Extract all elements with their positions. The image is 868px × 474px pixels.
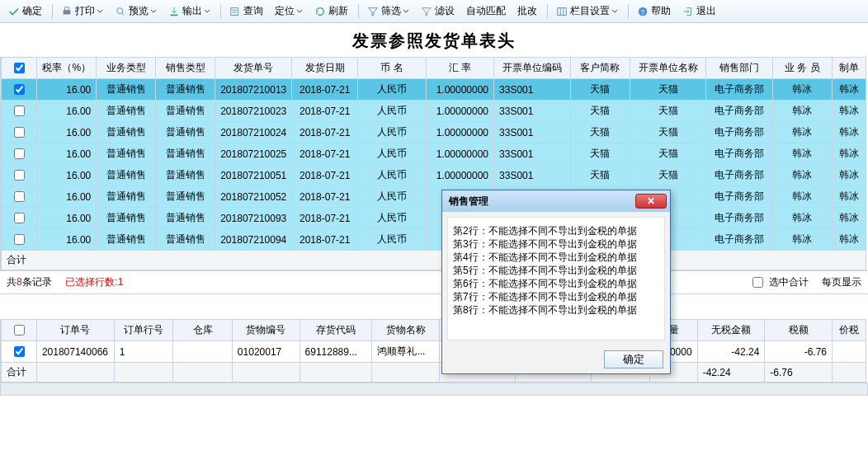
col-tax[interactable]: 税率（%）	[37, 58, 97, 79]
detail-select-all[interactable]	[2, 320, 37, 341]
toolbar: 确定 打印 预览 输出 查询 定位 刷新 筛选 滤设 自动匹配 批改 栏目设置 …	[0, 0, 868, 23]
col-orderline[interactable]: 订单行号	[114, 320, 173, 341]
row-checkbox[interactable]	[14, 213, 25, 223]
export-button[interactable]: 输出	[163, 2, 215, 20]
select-all-header[interactable]	[2, 58, 37, 79]
export-icon	[168, 6, 180, 17]
cell-no: 201807210025	[215, 143, 292, 165]
cell-dept: 电子商务部	[706, 186, 772, 208]
filter-button[interactable]: 筛选	[362, 2, 414, 20]
table-row[interactable]: 16.00普通销售普通销售2018072100512018-07-21人民币1.…	[2, 165, 866, 186]
header-row: 税率（%） 业务类型 销售类型 发货单号 发货日期 币 名 汇 率 开票单位编码…	[2, 58, 866, 79]
dialog-ok-button[interactable]: 确定	[604, 350, 663, 368]
exit-icon	[682, 6, 694, 17]
table-row[interactable]: 16.00普通销售普通销售2018072100522018-07-21人民币电子…	[2, 186, 866, 208]
cell-dept: 电子商务部	[706, 79, 772, 101]
table-row[interactable]: 16.00普通销售普通销售2018072100232018-07-21人民币1.…	[2, 101, 866, 122]
cell-no: 201807210023	[215, 101, 292, 122]
chevron-down-icon	[403, 8, 409, 15]
select-sum-option[interactable]: 选中合计	[749, 275, 809, 290]
detail-row[interactable]: 20180714006610102001769112889...鸿顺尊礼...0…	[2, 341, 866, 363]
cell-amt: -42.24	[697, 341, 765, 363]
select-all-checkbox[interactable]	[14, 63, 25, 73]
cell-date: 2018-07-21	[292, 143, 358, 165]
col-no[interactable]: 发货单号	[215, 58, 292, 79]
col-cust[interactable]: 客户简称	[570, 58, 630, 79]
table-row[interactable]: 16.00普通销售普通销售2018072100942018-07-21人民币电子…	[2, 229, 866, 251]
col-bill[interactable]: 开票单位名称	[630, 58, 706, 79]
cell-sale: 普通销售	[156, 122, 215, 143]
detail-select-all-checkbox[interactable]	[14, 325, 25, 336]
sum-row: 合计	[2, 251, 866, 270]
status-bar: 共8条记录 已选择行数:1 选中合计 每页显示	[0, 270, 868, 294]
col-amt[interactable]: 无税金额	[697, 320, 765, 341]
dialog-titlebar[interactable]: 销售管理 ✕	[442, 190, 670, 212]
col-goodscode[interactable]: 货物编号	[232, 320, 300, 341]
select-sum-checkbox[interactable]	[752, 277, 763, 288]
row-checkbox[interactable]	[14, 148, 25, 159]
col-dept[interactable]: 销售部门	[706, 58, 772, 79]
row-checkbox[interactable]	[14, 346, 25, 357]
dialog-message-line: 第7行：不能选择不同不导出到金税的单据	[453, 290, 659, 303]
col-invcode[interactable]: 存货代码	[300, 320, 372, 341]
cell-date: 2018-07-21	[292, 165, 358, 186]
col-cur[interactable]: 币 名	[358, 58, 426, 79]
locate-button[interactable]: 定位	[270, 2, 308, 20]
dialog-message-line: 第4行：不能选择不同不导出到金税的单据	[453, 251, 659, 264]
table-row[interactable]: 16.00普通销售普通销售2018072100132018-07-21人民币1.…	[2, 79, 866, 101]
help-button[interactable]: ?帮助	[632, 2, 676, 20]
col-order[interactable]: 订单号	[36, 320, 114, 341]
row-checkbox[interactable]	[14, 84, 25, 95]
cell-sale: 普通销售	[156, 208, 215, 229]
preview-button[interactable]: 预览	[110, 2, 162, 20]
check-icon	[8, 6, 20, 17]
svg-rect-0	[64, 10, 71, 14]
col-biz[interactable]: 业务类型	[97, 58, 156, 79]
table-row[interactable]: 16.00普通销售普通销售2018072100242018-07-21人民币1.…	[2, 122, 866, 143]
automatch-button[interactable]: 自动匹配	[461, 2, 511, 20]
filter-settings-button[interactable]: 滤设	[416, 2, 460, 20]
confirm-button[interactable]: 确定	[3, 2, 47, 20]
table-row[interactable]: 16.00普通销售普通销售2018072100932018-07-21人民币电子…	[2, 208, 866, 229]
table-row[interactable]: 16.00普通销售普通销售2018072100252018-07-21人民币1.…	[2, 143, 866, 165]
cell-cust: 天猫	[570, 143, 630, 165]
cell-sale: 普通销售	[156, 229, 215, 251]
cell-emp: 韩冰	[772, 122, 832, 143]
col-taxamt[interactable]: 税额	[765, 320, 833, 341]
row-checkbox[interactable]	[14, 234, 25, 245]
col-emp[interactable]: 业 务 员	[772, 58, 832, 79]
cell-cur: 人民币	[358, 101, 426, 122]
detail-grid[interactable]: 订单号 订单行号 仓库 货物编号 存货代码 货物名称 量 无税金额 税额 价税 …	[1, 319, 866, 382]
col-code[interactable]: 开票单位编码	[494, 58, 571, 79]
print-button[interactable]: 打印	[56, 2, 108, 20]
cell-date: 2018-07-21	[292, 186, 358, 208]
col-wh[interactable]: 仓库	[173, 320, 233, 341]
col-rate[interactable]: 汇 率	[426, 58, 493, 79]
query-button[interactable]: 查询	[224, 2, 268, 20]
col-total[interactable]: 价税	[833, 320, 866, 341]
columns-button[interactable]: 栏目设置	[551, 2, 623, 20]
row-checkbox[interactable]	[14, 106, 25, 116]
dialog-close-button[interactable]: ✕	[635, 194, 667, 209]
h-scrollbar[interactable]	[0, 382, 868, 396]
row-checkbox[interactable]	[14, 170, 25, 181]
row-checkbox[interactable]	[14, 127, 25, 138]
main-grid[interactable]: 税率（%） 业务类型 销售类型 发货单号 发货日期 币 名 汇 率 开票单位编码…	[1, 57, 866, 270]
col-goodsname[interactable]: 货物名称	[372, 320, 440, 341]
cell-emp: 韩冰	[772, 229, 832, 251]
col-maker[interactable]: 制单	[832, 58, 866, 79]
exit-button[interactable]: 退出	[677, 2, 721, 20]
row-checkbox[interactable]	[14, 191, 25, 202]
chevron-down-icon	[296, 8, 303, 15]
cell-tax: 16.00	[37, 143, 97, 165]
cell-date: 2018-07-21	[292, 101, 358, 122]
refresh-button[interactable]: 刷新	[309, 2, 353, 20]
col-sale[interactable]: 销售类型	[156, 58, 215, 79]
svg-text:?: ?	[641, 7, 645, 16]
col-date[interactable]: 发货日期	[292, 58, 358, 79]
cell-biz: 普通销售	[97, 165, 156, 186]
cell-emp: 韩冰	[772, 143, 832, 165]
cell-biz: 普通销售	[97, 208, 156, 229]
cell-order: 201807140066	[36, 341, 114, 363]
batch-button[interactable]: 批改	[512, 2, 542, 20]
